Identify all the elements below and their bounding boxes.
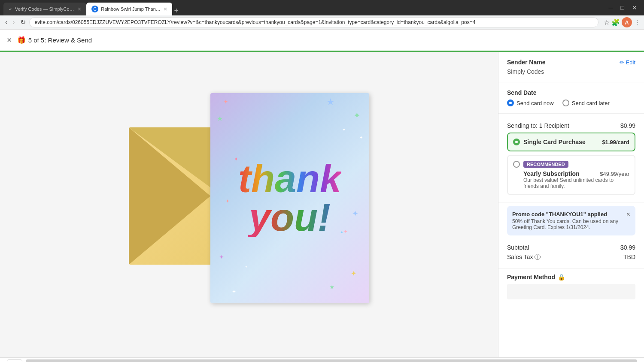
tax-label: Sales Tax i bbox=[507, 253, 541, 260]
sparkle-13: ✦ bbox=[342, 127, 346, 132]
tab-2[interactable]: C Rainbow Swirl Jump Thank You... × bbox=[86, 3, 172, 15]
promo-title: Promo code "THANKYOU1" applied bbox=[512, 211, 623, 217]
payment-section: Payment Method 🔒 bbox=[498, 268, 644, 305]
address-bar[interactable]: evite.com/cards/026055EDJZZUVEWY2EPO3TVF… bbox=[29, 17, 598, 27]
browser-controls: ‹ › ↻ evite.com/cards/026055EDJZZUVEWY2E… bbox=[0, 15, 644, 30]
sender-name-header: Sender Name ✏ Edit bbox=[507, 59, 635, 66]
main-content: ✦ ★ ★ ✦ ✦ ✦ ✦ ★ ✦ ✦ ✦ ✦ ✦ ✦ ✦ ✦ bbox=[0, 52, 644, 357]
yearly-header: RECOMMENDED bbox=[513, 161, 629, 168]
send-date-options: Send card now Send card later bbox=[507, 100, 635, 106]
sparkle-7: ✦ bbox=[232, 289, 236, 295]
tax-info-icon[interactable]: i bbox=[535, 254, 541, 260]
step-icon: 🎁 bbox=[17, 36, 26, 44]
envelope-bottom-left bbox=[129, 127, 210, 265]
step-label: 5 of 5: Review & Send bbox=[28, 36, 92, 44]
sparkle-3: ★ bbox=[217, 115, 223, 123]
back-nav-button[interactable]: ‹ bbox=[3, 17, 9, 27]
yearly-price: $49.99/year bbox=[600, 171, 629, 177]
subtotal-value: $0.99 bbox=[620, 244, 635, 251]
send-now-label: Send card now bbox=[516, 100, 554, 106]
close-wizard-button[interactable]: × bbox=[7, 35, 12, 45]
new-tab-button[interactable]: + bbox=[172, 6, 180, 15]
single-card-title: Single Card Purchase bbox=[523, 139, 598, 145]
send-later-label: Send card later bbox=[572, 100, 610, 106]
tax-label-text: Sales Tax bbox=[507, 253, 533, 260]
sending-to-price: $0.99 bbox=[620, 122, 635, 129]
sending-to-section: Sending to: 1 Recipient $0.99 Single Car… bbox=[498, 114, 644, 202]
yearly-title-row: Yearly Subscription $49.99/year bbox=[513, 170, 629, 177]
window-close-button[interactable]: ✕ bbox=[629, 3, 641, 13]
single-card-price-value: $1.99 bbox=[602, 139, 616, 145]
reload-button[interactable]: ↻ bbox=[18, 17, 27, 27]
yearly-price-value: $49.99 bbox=[600, 171, 617, 177]
sparkle-5: ✦ bbox=[219, 253, 224, 260]
promo-text: Promo code "THANKYOU1" applied 50% off T… bbox=[512, 211, 623, 230]
tab2-close[interactable]: × bbox=[164, 6, 167, 12]
send-date-section: Send Date Send card now Send card later bbox=[498, 82, 644, 114]
payment-title: Payment Method bbox=[507, 274, 555, 281]
tab2-title: Rainbow Swirl Jump Thank You... bbox=[101, 6, 161, 12]
card-preview-area: ✦ ★ ★ ✦ ✦ ✦ ✦ ★ ✦ ✦ ✦ ✦ ✦ ✦ ✦ ✦ bbox=[0, 52, 498, 357]
yearly-title: Yearly Subscription bbox=[523, 170, 600, 177]
tab1-close[interactable]: × bbox=[78, 6, 81, 12]
tax-value: TBD bbox=[623, 253, 635, 260]
maximize-button[interactable]: □ bbox=[617, 3, 628, 13]
bookmark-button[interactable]: ☆ bbox=[604, 17, 610, 27]
window-controls: ─ □ ✕ bbox=[605, 3, 641, 13]
sending-to-row: Sending to: 1 Recipient $0.99 bbox=[507, 122, 635, 129]
envelope-container: ✦ ★ ★ ✦ ✦ ✦ ✦ ★ ✦ ✦ ✦ ✦ ✦ ✦ ✦ ✦ bbox=[129, 93, 369, 316]
single-card-price-per: /card bbox=[616, 139, 629, 145]
sender-name-section: Sender Name ✏ Edit Simply Codes bbox=[498, 52, 644, 82]
menu-button[interactable]: ⋮ bbox=[634, 17, 641, 27]
tab1-title: Verify Codes — SimplyCodes bbox=[15, 6, 75, 12]
single-card-radio bbox=[513, 139, 520, 145]
step-indicator: 🎁 5 of 5: Review & Send bbox=[17, 36, 92, 44]
send-now-radio[interactable] bbox=[507, 100, 514, 106]
lock-icon: 🔒 bbox=[558, 274, 565, 281]
browser-actions: ☆ 🧩 A ⋮ bbox=[604, 17, 641, 27]
recommended-badge: RECOMMENDED bbox=[523, 161, 568, 168]
single-card-price: $1.99/card bbox=[602, 139, 629, 145]
tab1-favicon: ✓ bbox=[9, 6, 12, 12]
promo-close-button[interactable]: × bbox=[626, 211, 630, 218]
edit-sender-link[interactable]: ✏ Edit bbox=[620, 59, 635, 66]
sparkle-2: ★ bbox=[326, 97, 335, 108]
payment-header: Payment Method 🔒 bbox=[507, 274, 635, 281]
send-now-option[interactable]: Send card now bbox=[507, 100, 554, 106]
forward-nav-button[interactable]: › bbox=[11, 17, 16, 27]
sparkle-10: ✦ bbox=[352, 209, 358, 218]
totals-section: Subtotal $0.99 Sales Tax i TBD bbox=[498, 239, 644, 268]
bottom-bar: ← Purchase & Send bbox=[0, 357, 644, 362]
sparkle-12: ✦ bbox=[343, 229, 348, 235]
greeting-card: ✦ ★ ★ ✦ ✦ ✦ ✦ ★ ✦ ✦ ✦ ✦ ✦ ✦ ✦ ✦ bbox=[210, 93, 369, 303]
send-later-option[interactable]: Send card later bbox=[562, 100, 610, 106]
browser-chrome: ✓ Verify Codes — SimplyCodes × C Rainbow… bbox=[0, 0, 644, 15]
sparkle-4: ✦ bbox=[353, 110, 361, 121]
send-later-radio[interactable] bbox=[562, 100, 569, 106]
sparkle-9: ✦ bbox=[225, 198, 230, 204]
back-button[interactable]: ← bbox=[7, 359, 22, 362]
card-content: ✦ ★ ★ ✦ ✦ ✦ ✦ ★ ✦ ✦ ✦ ✦ ✦ ✦ ✦ ✦ bbox=[210, 93, 369, 303]
yearly-radio[interactable] bbox=[513, 161, 520, 168]
tab-1[interactable]: ✓ Verify Codes — SimplyCodes × bbox=[3, 3, 86, 15]
minimize-button[interactable]: ─ bbox=[605, 3, 617, 13]
sparkle-8: ★ bbox=[329, 284, 335, 290]
yearly-subscription-option[interactable]: RECOMMENDED Yearly Subscription $49.99/y… bbox=[507, 155, 635, 195]
purchase-send-button[interactable]: Purchase & Send bbox=[26, 359, 637, 362]
extensions-button[interactable]: 🧩 bbox=[611, 17, 620, 27]
yearly-price-per: /year bbox=[617, 171, 629, 177]
send-date-title: Send Date bbox=[507, 89, 635, 96]
yearly-desc: Our best value! Send unlimited cards to … bbox=[513, 177, 629, 189]
sending-to-label: Sending to: 1 Recipient bbox=[507, 122, 569, 129]
you-word: you! bbox=[238, 198, 341, 237]
sparkle-6: ✦ bbox=[351, 269, 356, 278]
sparkle-11: ✦ bbox=[359, 135, 363, 140]
thank-word: thank bbox=[238, 160, 341, 198]
app-bar: × 🎁 5 of 5: Review & Send bbox=[0, 30, 644, 52]
url-text: evite.com/cards/026055EDJZZUVEWY2EPO3TVF… bbox=[35, 19, 593, 25]
single-card-option[interactable]: Single Card Purchase $1.99/card bbox=[507, 133, 635, 151]
profile-button[interactable]: A bbox=[622, 17, 632, 27]
single-card-header: Single Card Purchase $1.99/card bbox=[513, 139, 629, 145]
sparkle-1: ✦ bbox=[223, 98, 228, 105]
payment-input-area[interactable] bbox=[507, 284, 635, 299]
